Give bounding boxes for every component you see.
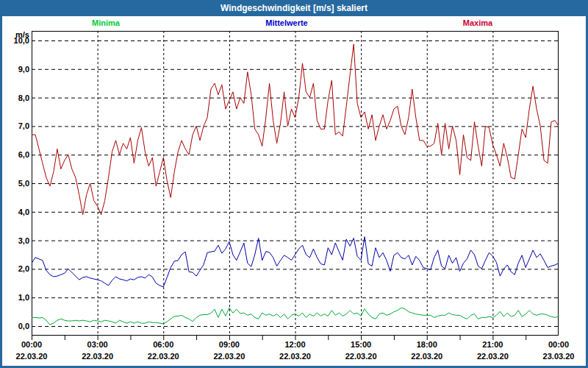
chart-window: Windgeschwindigkeit [m/s] skaliert Minim… <box>0 0 588 368</box>
y-tick-label: 0,0 <box>0 322 31 330</box>
y-tick-label: 1,0 <box>0 293 31 302</box>
x-tick-label: 12:0022.03.20 <box>279 339 311 361</box>
x-tick-time: 18:00 <box>411 339 442 350</box>
x-tick-label: 06:0022.03.20 <box>148 339 179 361</box>
x-tick-label: 03:0022.03.20 <box>82 339 113 361</box>
x-tick-label: 21:0022.03.20 <box>477 339 509 361</box>
x-tick-date: 22.03.20 <box>411 351 442 361</box>
y-tick-label: 10,0 <box>0 36 31 45</box>
y-tick-label: 2,0 <box>0 264 31 273</box>
y-tick-label: 3,0 <box>0 236 31 245</box>
y-tick-label: 5,0 <box>0 179 31 188</box>
legend-maxima: Maxima <box>463 18 492 27</box>
y-tick-label: 9,0 <box>0 65 31 74</box>
x-tick-date: 22.03.20 <box>82 351 113 361</box>
legend-mittelwerte: Mittelwerte <box>265 18 307 27</box>
y-tick-label: 7,0 <box>0 121 31 130</box>
x-tick-label: 15:0022.03.20 <box>345 339 377 361</box>
y-tick-label: 4,0 <box>0 208 31 216</box>
x-tick-date: 22.03.20 <box>148 351 179 361</box>
window-title: Windgeschwindigkeit [m/s] skaliert <box>220 3 368 13</box>
x-tick-time: 00:00 <box>543 339 575 350</box>
x-tick-date: 22.03.20 <box>16 351 48 361</box>
x-tick-time: 09:00 <box>213 339 245 350</box>
y-tick-label: 8,0 <box>0 93 31 102</box>
x-tick-label: 00:0023.03.20 <box>543 339 575 361</box>
window-titlebar: Windgeschwindigkeit [m/s] skaliert <box>0 0 588 16</box>
x-tick-date: 22.03.20 <box>345 351 377 361</box>
x-tick-date: 22.03.20 <box>477 351 509 361</box>
y-tick-label: 6,0 <box>0 150 31 159</box>
legend-minima: Minima <box>92 18 120 27</box>
x-tick-label: 00:0022.03.20 <box>16 339 48 361</box>
x-tick-time: 21:00 <box>477 339 509 350</box>
x-tick-time: 00:00 <box>16 339 48 350</box>
x-tick-time: 03:00 <box>82 339 113 350</box>
x-tick-time: 12:00 <box>279 339 311 350</box>
x-tick-date: 22.03.20 <box>279 351 311 361</box>
x-tick-time: 06:00 <box>148 339 179 350</box>
x-tick-label: 18:0022.03.20 <box>411 339 442 361</box>
wind-speed-chart <box>32 31 559 341</box>
x-tick-date: 23.03.20 <box>543 351 575 361</box>
x-tick-time: 15:00 <box>345 339 377 350</box>
x-tick-label: 09:0022.03.20 <box>213 339 245 361</box>
x-tick-date: 22.03.20 <box>213 351 245 361</box>
